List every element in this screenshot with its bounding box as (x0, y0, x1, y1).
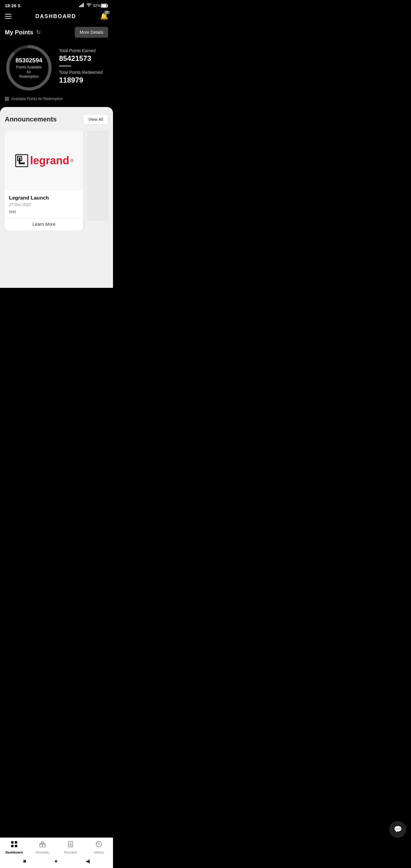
view-all-button[interactable]: View All (83, 114, 108, 124)
signal-icon (79, 3, 85, 8)
svg-rect-2 (82, 4, 83, 7)
announcements-header: Announcements View All (5, 114, 108, 124)
card-description: test (9, 209, 79, 214)
page-title: DASHBOARD (36, 13, 76, 20)
status-time: 18:26 (5, 3, 16, 8)
status-bar: 18:26 S 92 % (0, 0, 113, 10)
svg-point-4 (89, 6, 90, 7)
card-image: legrand ® (5, 130, 83, 191)
points-stats: Total Points Earned 85421573 Total Point… (59, 48, 108, 87)
points-title-row: My Points ↻ (5, 29, 41, 36)
legrand-logo: legrand ® (14, 153, 73, 168)
total-earned-value: 85421573 (59, 54, 108, 63)
learn-more-button[interactable]: Learn More (5, 218, 83, 230)
wifi-icon (86, 3, 92, 8)
legend-box (5, 97, 9, 101)
circle-label: Points Available forRedemption (16, 65, 42, 79)
more-details-button[interactable]: More Details (75, 27, 108, 38)
status-icons: 92 % (79, 3, 108, 8)
points-legend: Available Points for Redemption (5, 97, 108, 101)
card-date: 27 Dec 2022 (9, 202, 79, 207)
points-header: My Points ↻ More Details (5, 27, 108, 38)
announcement-card-placeholder (87, 130, 108, 221)
refresh-icon[interactable]: ↻ (36, 29, 41, 36)
total-redeemed-label: Total Points Redeemed (59, 70, 108, 75)
announcements-cards-row: legrand ® Legrand Launch 27 Dec 2022 tes… (5, 130, 108, 230)
card-title: Legrand Launch (9, 195, 79, 201)
points-circle: 85302594 Points Available forRedemption (5, 44, 53, 92)
notification-bell[interactable]: 🔔 27 (100, 12, 108, 20)
announcements-section: Announcements View All legrand ® (0, 107, 113, 288)
carrier-icon: S (18, 3, 20, 8)
total-redeemed-value: 118979 (59, 76, 108, 84)
legrand-text: legrand (30, 154, 69, 167)
card-content: Legrand Launch 27 Dec 2022 test (5, 191, 83, 214)
points-title: My Points (5, 29, 33, 36)
top-nav: DASHBOARD 🔔 27 (0, 10, 113, 24)
svg-rect-6 (107, 5, 108, 7)
svg-rect-3 (83, 3, 84, 7)
announcements-title: Announcements (5, 116, 57, 123)
hamburger-menu[interactable] (5, 14, 11, 19)
svg-rect-1 (81, 5, 81, 7)
svg-rect-7 (101, 4, 107, 7)
points-section: My Points ↻ More Details 85302594 Points… (0, 24, 113, 107)
svg-rect-13 (19, 162, 25, 164)
battery-icon: 92 % (93, 4, 108, 8)
points-display: 85302594 Points Available forRedemption … (5, 44, 108, 92)
legend-text: Available Points for Redemption (11, 97, 63, 101)
notification-badge: 27 (104, 10, 110, 14)
legrand-icon-svg (14, 153, 29, 168)
circle-number: 85302594 (16, 57, 42, 64)
total-earned-label: Total Points Earned (59, 48, 108, 53)
circle-text: 85302594 Points Available forRedemption (16, 57, 42, 79)
svg-rect-0 (79, 6, 80, 7)
announcement-card: legrand ® Legrand Launch 27 Dec 2022 tes… (5, 130, 83, 230)
stat-divider (59, 66, 71, 66)
